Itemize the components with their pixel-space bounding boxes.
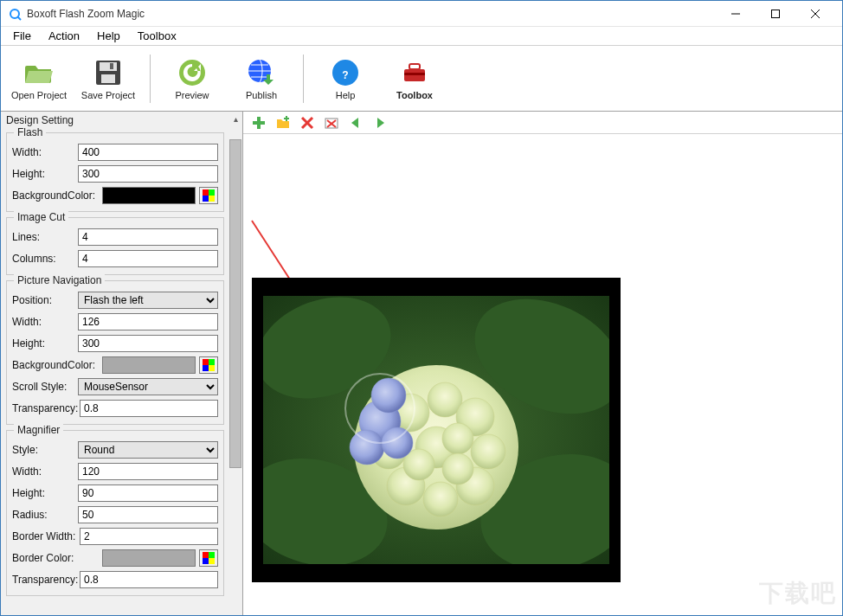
scrollstyle-select[interactable]: MouseSensor (78, 378, 218, 395)
folder-open-icon (23, 57, 55, 88)
mag-height-label: Height: (12, 487, 78, 499)
picnav-height-label: Height: (12, 337, 78, 350)
picnav-transparency-input[interactable] (80, 400, 218, 417)
flash-bgcolor-picker-button[interactable] (199, 187, 218, 204)
folder-plus-icon (275, 115, 291, 131)
app-icon (8, 7, 22, 21)
mag-bcolor-label: Border Color: (12, 552, 102, 564)
svg-rect-24 (209, 365, 215, 371)
flash-legend: Flash (14, 126, 46, 138)
clear-icon (324, 115, 339, 131)
menu-toolbox[interactable]: Toolbox (129, 28, 185, 44)
flash-width-input[interactable] (78, 144, 218, 161)
mag-transparency-label: Transparency: (12, 574, 80, 586)
picnav-width-input[interactable] (78, 313, 218, 330)
window-title: Boxoft Flash Zoom Magic (27, 8, 716, 20)
main-toolbar: Open Project Save Project Preview Publis… (1, 46, 842, 112)
watermark: 下载吧 (759, 577, 837, 610)
position-select[interactable]: Flash the left (78, 292, 218, 309)
svg-rect-27 (203, 558, 209, 564)
toolbox-icon (399, 57, 430, 88)
refresh-icon (177, 57, 208, 88)
color-palette-icon (203, 552, 215, 564)
svg-rect-8 (101, 74, 115, 83)
clear-button[interactable] (323, 114, 340, 132)
scroll-thumb[interactable] (229, 139, 241, 468)
columns-input[interactable] (78, 250, 218, 267)
svg-rect-21 (203, 359, 209, 365)
sidebar: Design Setting Flash Width: Height: Back… (1, 112, 243, 615)
mag-style-label: Style: (12, 444, 78, 456)
globe-upload-icon (246, 57, 277, 88)
svg-rect-32 (284, 118, 289, 119)
toolbar-separator (150, 55, 151, 103)
menu-action[interactable]: Action (40, 28, 88, 44)
svg-rect-26 (209, 552, 215, 558)
picnav-group: Picture Navigation Position: Flash the l… (6, 280, 224, 425)
menu-file[interactable]: File (4, 28, 40, 44)
mag-bwidth-label: Border Width: (12, 530, 80, 542)
mag-height-input[interactable] (78, 484, 218, 502)
flash-height-input[interactable] (78, 165, 218, 183)
floppy-icon (93, 57, 124, 88)
flash-bgcolor-label: BackgroundColor: (12, 189, 102, 202)
svg-rect-9 (110, 63, 113, 69)
preview-button[interactable]: Preview (161, 50, 223, 107)
svg-point-51 (423, 482, 458, 517)
svg-point-56 (442, 423, 473, 454)
menu-help[interactable]: Help (88, 28, 129, 44)
mag-transparency-input[interactable] (80, 571, 218, 588)
svg-rect-20 (209, 196, 215, 202)
next-button[interactable] (371, 114, 389, 132)
magnifier-legend: Magnifier (14, 424, 63, 436)
picnav-bgcolor-swatch[interactable] (102, 356, 196, 374)
svg-text:?: ? (342, 69, 348, 81)
scroll-up-icon[interactable]: ▴ (229, 112, 241, 125)
mag-radius-input[interactable] (78, 506, 218, 523)
mag-style-select[interactable]: Round (78, 441, 218, 459)
flash-group: Flash Width: Height: BackgroundColor: (6, 132, 224, 212)
maximize-button[interactable] (756, 1, 795, 27)
mag-bcolor-picker-button[interactable] (199, 549, 218, 567)
flash-bgcolor-swatch[interactable] (102, 187, 196, 204)
canvas-area: 下载吧 (243, 112, 842, 615)
minimize-button[interactable] (716, 1, 756, 27)
svg-point-10 (179, 60, 205, 86)
mag-bwidth-input[interactable] (80, 528, 218, 545)
svg-rect-3 (772, 10, 780, 17)
mag-width-input[interactable] (78, 463, 218, 480)
help-button[interactable]: ? Help (314, 50, 376, 107)
save-project-button[interactable]: Save Project (77, 50, 139, 107)
toolbox-button[interactable]: Toolbox (383, 50, 446, 107)
flash-width-label: Width: (12, 146, 78, 158)
svg-rect-7 (100, 62, 117, 71)
picnav-legend: Picture Navigation (14, 274, 105, 286)
preview-image (263, 296, 609, 564)
mag-bcolor-swatch[interactable] (102, 549, 196, 567)
scrollstyle-label: Scroll Style: (12, 381, 78, 393)
picnav-bgcolor-label: BackgroundColor: (12, 359, 102, 371)
svg-rect-22 (209, 359, 215, 365)
add-image-button[interactable] (250, 114, 267, 132)
canvas-toolbar (243, 112, 842, 134)
prev-button[interactable] (347, 114, 364, 132)
toolbar-separator (303, 55, 304, 103)
delete-button[interactable] (299, 114, 316, 132)
open-project-button[interactable]: Open Project (8, 50, 70, 107)
preview-frame (252, 278, 621, 582)
picnav-bgcolor-picker-button[interactable] (199, 356, 218, 374)
svg-line-1 (17, 16, 21, 20)
mag-radius-label: Radius: (12, 509, 78, 521)
x-icon (299, 115, 315, 131)
picnav-height-input[interactable] (78, 335, 218, 352)
flash-height-label: Height: (12, 168, 78, 180)
sidebar-scrollbar[interactable]: ▴ (228, 112, 242, 615)
close-button[interactable] (795, 1, 835, 27)
svg-point-57 (442, 453, 473, 484)
add-folder-button[interactable] (274, 114, 292, 132)
svg-point-59 (371, 378, 406, 413)
publish-button[interactable]: Publish (230, 50, 293, 107)
lines-input[interactable] (78, 228, 218, 246)
canvas-body[interactable]: 下载吧 (243, 134, 842, 615)
help-icon: ? (330, 57, 361, 88)
